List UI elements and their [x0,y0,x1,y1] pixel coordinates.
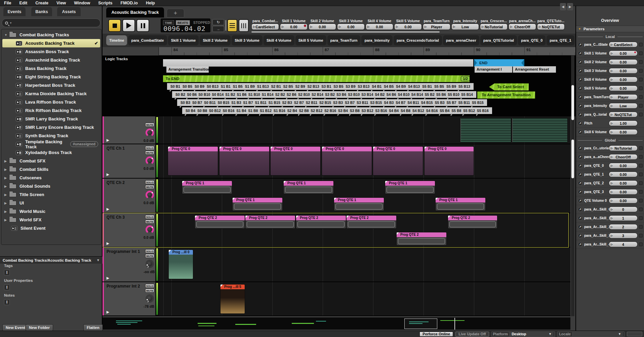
overview-parameter-row[interactable]: para_Cr...utorial ↗ para_Cr...utorial No… [576,144,644,153]
destination-marker[interactable]: S0 B6 [187,92,197,97]
solo-button[interactable]: SOLO [145,180,154,184]
destination-marker[interactable]: S2 B4 [287,109,297,113]
destination-marker[interactable]: S0 B4 [186,109,195,113]
destination-marker[interactable]: S5 B10 [448,92,459,97]
tree-row[interactable]: Auxrachnid Backing Track ✔ [2,56,100,64]
track-header[interactable]: SOLO MUTE 0.0 dB ▶ [104,116,155,144]
destination-marker[interactable]: S4 B8 [401,109,410,113]
follow-button[interactable]: → [212,26,224,32]
clip-body[interactable] [284,186,333,194]
destination-marker[interactable]: S1 B2 [225,92,235,97]
destination-marker[interactable]: S4 B5 [384,84,394,88]
tree-row[interactable]: Synth Backing Track ✔ [2,132,100,140]
new-folder-button[interactable]: New Folder [26,324,53,331]
parameter-value[interactable]: 3 [609,233,638,238]
goto-parameter-icon[interactable]: ↗ [578,198,582,203]
tree-row[interactable]: Rick Riffson Backing Track ✔ [2,106,100,115]
goto-parameter-icon[interactable]: ↗ [578,155,582,159]
tree-row[interactable]: ▶ Combat Skills ✔ [2,165,100,174]
goto-parameter-icon[interactable]: ↗ [578,86,582,91]
destination-marker[interactable]: S5 B1 [422,84,432,88]
sheet-tab[interactable]: para_TeamTurn [327,35,361,45]
destination-marker[interactable]: S2 B16 [324,109,336,113]
destination-marker[interactable]: S3 B9 [346,84,355,88]
solo-button[interactable]: SOLO [145,249,154,253]
parameter-value[interactable]: 0.00 [609,68,638,74]
locale-dropdown[interactable]: ▼ [572,332,623,336]
clip-header[interactable]: Prog QTE 1 [284,181,333,186]
parameter-value[interactable]: Low [609,103,638,109]
parameter-checkbox[interactable] [639,208,643,211]
destination-marker[interactable]: S0 B5 [183,84,192,88]
timeline-overview-strip[interactable] [103,317,570,330]
sheet-tab[interactable]: para_CombatState [128,35,167,45]
clip-body[interactable] [271,151,320,175]
destination-marker[interactable]: S3 B3 [333,101,343,105]
parameter-checkbox[interactable] [639,199,643,202]
parameter-checkbox[interactable] [639,234,643,237]
parameter-checkbox[interactable] [639,181,643,185]
parameter-chip-value[interactable]: 0.00 [366,24,393,30]
destination-marker[interactable]: S3 B7 [345,101,355,105]
parameter-chip-value[interactable]: CheerOff [509,24,536,30]
goto-parameter-icon[interactable]: ↗ [578,121,582,126]
overview-parameter-row[interactable]: para_QTE_2 ↗ para_QTE_2 0.00 [576,179,644,188]
destination-marker[interactable]: S2 B8 [299,109,309,113]
parameter-value[interactable]: 0.00 [609,77,638,82]
destination-marker[interactable]: S0 B10 [198,92,210,97]
tree-row[interactable]: ▶ Cutscenes ✔ [2,174,100,182]
overview-view-window[interactable] [404,319,437,329]
mute-button[interactable]: MUTE [145,151,154,155]
tree-row[interactable]: ▶ Global Sounds ✔ [2,182,100,190]
destination-marker[interactable]: S0 B12 [209,109,221,113]
goto-parameter-icon[interactable]: ↗ [578,130,582,135]
clip-body[interactable] [512,118,567,142]
destination-marker[interactable]: S3 B10 [348,92,360,97]
expand-arrow-icon[interactable]: ▶ [107,207,109,211]
parameter-value[interactable]: 1 [609,215,638,221]
sheet-tab[interactable]: Skill 2 Volume [200,35,231,45]
instrument-clip[interactable]: Prog QTE 0 [219,146,270,176]
goto-parameter-icon[interactable]: ↗ [578,163,582,168]
parameter-value[interactable]: 0.00 [609,50,638,56]
overview-parameter-row[interactable]: para_Q...torial ↗ para_Q...torial NoQTET… [576,110,644,119]
parameter-value[interactable]: 0.00 [609,129,638,135]
parameter-checkbox[interactable] [639,216,643,220]
parameter-value[interactable]: 4 [609,241,638,247]
parameter-chip-value[interactable]: 0.00 [280,24,308,30]
destination-marker[interactable]: S1 B13 [257,84,269,88]
goto-parameter-icon[interactable]: ↗ [578,190,582,194]
destination-marker[interactable]: S3 B4 [338,109,348,113]
caret-icon[interactable]: ▶ [4,168,8,171]
arrangement-reset-tag[interactable]: Arrangement Reset [513,66,556,73]
parameter-checkbox[interactable] [639,69,643,73]
to-end-transition-bar[interactable]: To END [163,75,470,82]
parameter-value[interactable]: 0.00 [609,85,638,91]
menu-item[interactable]: View [52,1,70,5]
new-tab-button[interactable]: + [167,9,184,17]
overview-parameter-row[interactable]: Skill 5 Volume ↗ Skill 5 Volume 0.00 [576,84,644,93]
destination-marker[interactable]: S5 B6 [436,92,446,97]
clip-header[interactable]: Prog QTE 0 [425,147,474,151]
destination-marker[interactable]: S3 B11 [357,101,368,105]
sheet-tab[interactable]: para_CrescendoTutorial [394,35,442,45]
notes-field[interactable]: I [4,299,10,305]
menu-item[interactable]: Help [142,1,159,5]
track-header[interactable]: Programmer Int 2 SOLO MUTE -78 dB ▶ [104,282,155,315]
tree-row[interactable]: SMR Larry Backing Track ✔ [2,115,100,123]
to-card-select-marker[interactable]: To Card Select [489,83,529,90]
destination-marker[interactable]: S1 B15 [269,101,280,105]
parameter-checkbox[interactable] [639,60,643,64]
parameter-checkbox[interactable] [639,104,643,108]
instrument-clip[interactable]: Prog QTE 0 [168,146,218,176]
destination-marker[interactable]: S1 B9 [245,84,255,88]
track-header[interactable]: Programmer Int 1 SOLO MUTE -oo dB ▶ [104,248,155,282]
overview-parameter-row[interactable]: para_TeamTurn ↗ para_TeamTurn Player [576,93,644,102]
parameter-chip[interactable]: para_Crescen... NoTutorial [480,19,508,31]
tab-assets[interactable]: Assets [57,7,81,16]
parameter-checkbox[interactable] [639,95,643,99]
parameter-value[interactable]: 0.00 [609,172,638,177]
destination-marker[interactable]: S4 B9 [396,84,406,88]
parameter-value[interactable]: 0.00 [609,198,638,203]
destination-marker[interactable]: S1 B14 [262,92,274,97]
